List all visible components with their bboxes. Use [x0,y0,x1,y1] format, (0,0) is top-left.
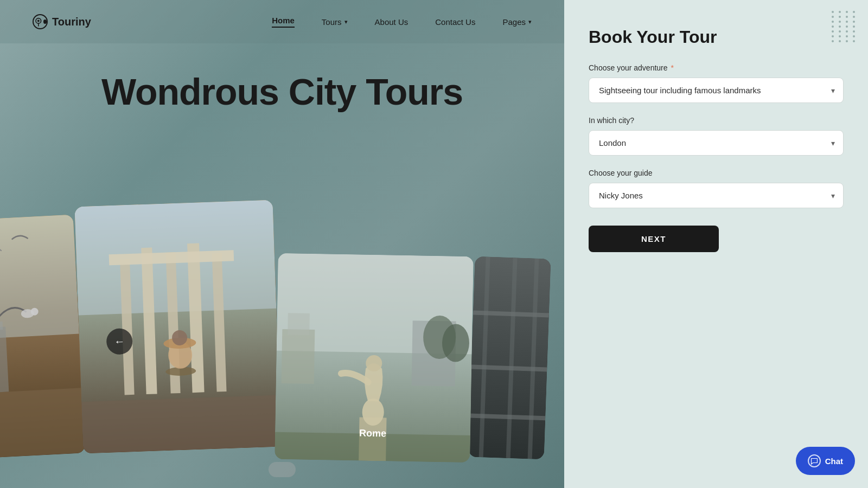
image-gallery: ← [0,184,564,445]
brand-name: Touriny [52,16,91,28]
dot [832,30,834,33]
logo[interactable]: Touriny [33,14,91,29]
adventure-select[interactable]: Sightseeing tour including famous landma… [589,78,844,103]
svg-rect-3 [0,215,79,339]
svg-point-1 [37,20,40,22]
nav-link-tours[interactable]: Tours ▾ [322,17,348,27]
svg-rect-8 [0,322,3,330]
navbar: Touriny Home Tours ▾ About Us Contact Us… [0,0,564,43]
bird-scene-svg [0,215,85,458]
panel-title: Book Your Tour [589,27,844,47]
svg-rect-6 [0,388,85,458]
nav-item-home[interactable]: Home [272,16,295,28]
city-label: Rome [359,428,386,440]
hero-title: Wondrous City Tours [0,70,564,113]
main-content-area: Touriny Home Tours ▾ About Us Contact Us… [0,0,564,488]
chat-label: Chat [825,457,843,466]
nav-item-pages[interactable]: Pages ▾ [502,17,532,27]
svg-rect-25 [288,313,310,335]
hero-section: Wondrous City Tours [0,70,564,113]
guide-select[interactable]: Nicky Jones John Smith Maria Garcia Jame… [589,183,844,208]
gallery-card-right [468,256,551,460]
dot [839,40,841,42]
back-arrow-icon: ← [114,335,125,348]
logo-icon [33,14,48,29]
dot [832,35,834,37]
nav-links: Home Tours ▾ About Us Contact Us Pages ▾ [272,16,532,28]
nav-link-pages[interactable]: Pages ▾ [502,17,532,27]
dot [853,40,855,42]
adventure-select-wrapper: Sightseeing tour including famous landma… [589,78,844,103]
gallery-card-ruins: ← [75,200,282,453]
nav-item-contact[interactable]: Contact Us [435,17,475,27]
chat-icon [808,454,821,467]
guide-form-group: Choose your guide Nicky Jones John Smith… [589,169,844,208]
dot [839,35,841,37]
dot [846,35,848,37]
nav-link-about[interactable]: About Us [375,17,409,27]
city-select[interactable]: London Rome Paris Barcelona Amsterdam [589,130,844,156]
required-marker: * [671,63,673,72]
svg-rect-21 [81,395,281,454]
tours-chevron-icon: ▾ [344,18,348,25]
nav-item-about[interactable]: About Us [375,17,409,27]
dot [853,35,855,37]
city-select-wrapper: London Rome Paris Barcelona Amsterdam ▾ [589,130,844,156]
scroll-indicator [269,462,296,477]
ruins-scene-svg [75,200,282,453]
adventure-form-group: Choose your adventure * Sightseeing tour… [589,63,844,103]
city-label: In which city? [589,116,844,125]
city-form-group: In which city? London Rome Paris Barcelo… [589,116,844,156]
right-scene-svg [468,256,551,460]
chat-button[interactable]: Chat [796,447,855,475]
pages-chevron-icon: ▾ [528,18,532,25]
dot [846,30,848,33]
gallery-card-birds [0,215,85,458]
svg-rect-24 [282,329,315,384]
adventure-label: Choose your adventure * [589,63,844,72]
nav-item-tours[interactable]: Tours ▾ [322,17,348,27]
dot [846,40,848,42]
guide-select-wrapper: Nicky Jones John Smith Maria Garcia Jame… [589,183,844,208]
dots-decoration: // Generate dots const dotsContainer = d… [832,11,857,42]
dot [839,30,841,33]
nav-link-contact[interactable]: Contact Us [435,17,475,27]
dot [832,40,834,42]
dot [853,30,855,33]
nav-link-home[interactable]: Home [272,16,295,28]
booking-panel: // Generate dots const dotsContainer = d… [564,0,868,488]
gallery-card-statue: Rome [275,253,474,463]
next-button[interactable]: NEXT [589,226,719,252]
guide-label: Choose your guide [589,169,844,177]
